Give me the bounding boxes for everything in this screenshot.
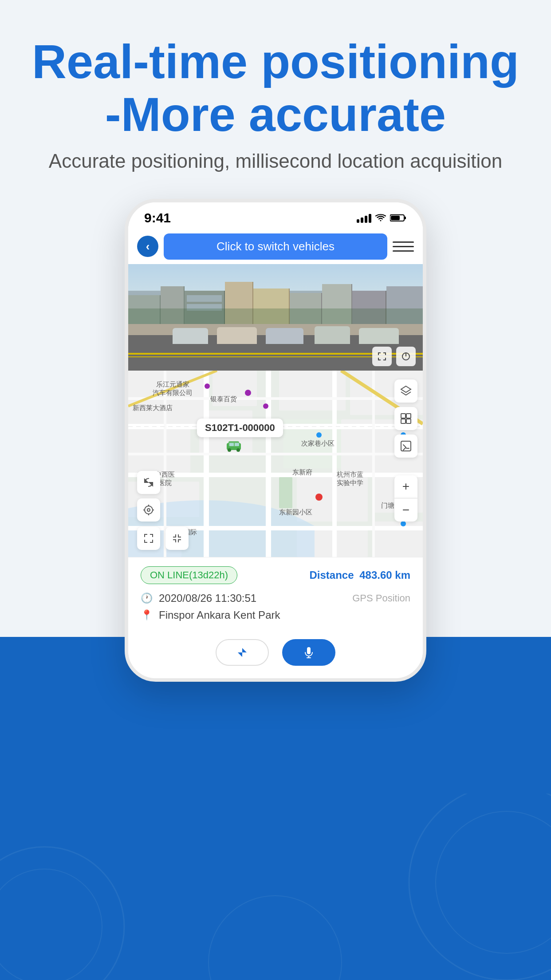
gps-badge: GPS Position: [352, 593, 410, 604]
info-row-datetime: 🕐 2020/08/26 11:30:51 GPS Position: [141, 592, 410, 605]
distance-unit: km: [395, 569, 410, 581]
menu-line-1: [393, 241, 414, 243]
page-wrapper: Real-time positioning -More accurate Acc…: [0, 0, 551, 682]
datetime-text: 2020/08/26 11:30:51: [159, 592, 346, 605]
zoom-buttons: + −: [394, 475, 417, 522]
mic-button[interactable]: [282, 639, 335, 666]
distance-value: 483.60: [359, 569, 392, 581]
vehicle-marker: [225, 439, 243, 454]
route-button[interactable]: [394, 407, 417, 430]
location-icon: 📍: [141, 609, 153, 621]
map-left-buttons: [137, 471, 160, 522]
svg-point-65: [409, 794, 551, 980]
fullscreen-buttons: [137, 527, 189, 550]
distance-info: Distance 483.60 km: [310, 569, 410, 581]
map-right-buttons: [394, 379, 417, 458]
street-view: [128, 264, 423, 371]
status-bar: 9:41: [128, 202, 423, 229]
poi-label-6: 东新府: [292, 468, 312, 477]
svg-rect-49: [401, 419, 405, 423]
poi-label-1: 乐江元通家汽车有限公司: [153, 380, 193, 397]
svg-point-35: [316, 432, 322, 438]
target-button[interactable]: [137, 498, 160, 522]
svg-point-64: [0, 869, 102, 980]
svg-rect-29: [128, 453, 423, 455]
menu-line-3: [393, 250, 414, 252]
zoom-out-button[interactable]: −: [394, 498, 417, 522]
fullscreen-button[interactable]: [137, 527, 160, 550]
app-header: ‹ Click to switch vehicles: [128, 229, 423, 264]
status-time: 9:41: [144, 210, 171, 225]
battery-icon: [390, 213, 407, 222]
poi-label-9: 东新园小区: [279, 508, 312, 517]
minimize-button[interactable]: [165, 527, 189, 550]
svg-point-32: [245, 390, 251, 396]
poi-label-2: 银泰百货: [210, 395, 237, 403]
svg-rect-1: [404, 217, 406, 219]
svg-point-42: [228, 448, 231, 452]
menu-button[interactable]: [393, 236, 414, 257]
svg-rect-51: [401, 441, 411, 451]
svg-rect-19: [279, 477, 292, 508]
svg-rect-47: [401, 414, 405, 418]
signal-bars-icon: [357, 213, 371, 223]
action-buttons: [128, 630, 423, 678]
svg-rect-45: [235, 443, 239, 446]
navigate-button[interactable]: [216, 639, 269, 666]
svg-point-34: [205, 383, 210, 389]
svg-point-63: [0, 847, 124, 980]
zoom-in-button[interactable]: +: [394, 475, 417, 498]
svg-point-55: [147, 509, 150, 511]
expand-button[interactable]: [372, 347, 392, 366]
svg-point-54: [145, 506, 153, 514]
svg-rect-7: [128, 428, 190, 473]
svg-point-43: [236, 448, 240, 452]
svg-rect-28: [128, 397, 423, 400]
hero-title-line2: -More accurate: [32, 88, 519, 141]
status-icons: [357, 213, 407, 223]
refresh-button[interactable]: [137, 471, 160, 494]
hero-title-line1: Real-time positioning: [32, 36, 519, 88]
hero-title-block: Real-time positioning -More accurate: [32, 0, 519, 150]
switch-vehicles-button[interactable]: Click to switch vehicles: [164, 233, 387, 260]
wifi-icon: [375, 213, 386, 222]
svg-point-33: [263, 403, 268, 409]
map-area[interactable]: S102T1-000000 乐江元通家汽车有限公司 银泰百货 新西莱大酒店 次家…: [128, 371, 423, 557]
power-button[interactable]: [396, 347, 416, 366]
menu-line-2: [393, 246, 414, 247]
svg-rect-48: [406, 414, 411, 418]
terminal-button[interactable]: [394, 435, 417, 458]
phone-mockup: 9:41: [125, 199, 426, 682]
hero-subtitle: Accurate positioning, millisecond locati…: [49, 150, 502, 172]
poi-label-3: 新西莱大酒店: [133, 404, 173, 412]
poi-label-4: 次家巷小区: [301, 439, 335, 448]
svg-point-66: [436, 811, 551, 953]
poi-label-7: 杭州市蓝实验中学: [337, 470, 363, 487]
vehicle-label: S102T1-000000: [197, 419, 283, 437]
svg-rect-2: [391, 216, 400, 220]
street-view-controls: [372, 347, 416, 366]
layers-button[interactable]: [394, 379, 417, 403]
svg-point-67: [209, 896, 342, 980]
online-badge: ON LINE(13d22h): [141, 566, 237, 584]
svg-rect-44: [229, 443, 234, 446]
clock-icon: 🕐: [141, 593, 153, 604]
svg-point-38: [401, 521, 406, 526]
back-icon: ‹: [146, 240, 150, 253]
svg-marker-46: [401, 386, 411, 392]
svg-rect-50: [406, 419, 411, 423]
svg-rect-60: [307, 647, 311, 654]
svg-point-36: [315, 494, 323, 501]
back-button[interactable]: ‹: [137, 236, 158, 257]
location-text: Finspor Ankara Kent Park: [159, 609, 410, 621]
info-row-status: ON LINE(13d22h) Distance 483.60 km: [141, 566, 410, 584]
info-row-location: 📍 Finspor Ankara Kent Park: [141, 609, 410, 621]
info-bar: ON LINE(13d22h) Distance 483.60 km 🕐 202…: [128, 557, 423, 630]
distance-label: Distance: [310, 569, 354, 581]
